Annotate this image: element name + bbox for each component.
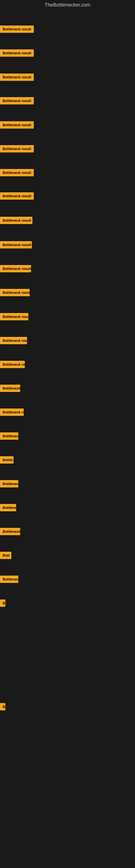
bottleneck-badge[interactable]: Bottleneck result bbox=[0, 289, 30, 296]
bottleneck-badge[interactable]: Bott bbox=[0, 552, 11, 559]
bottleneck-badge[interactable]: B bbox=[0, 599, 5, 607]
bottleneck-badge[interactable]: Bottleneck result bbox=[0, 313, 28, 320]
bottleneck-result-item: B bbox=[0, 599, 5, 608]
bottleneck-badge[interactable]: Bottleneck result bbox=[0, 145, 34, 152]
bottleneck-result-item: Bott bbox=[0, 552, 11, 560]
bottleneck-result-item: Bottleneck result bbox=[0, 97, 34, 105]
bottleneck-result-item: Bottleneck result bbox=[0, 192, 34, 201]
bottleneck-result-item: Bottleneck result bbox=[0, 26, 34, 34]
site-title: TheBottlenecker.com bbox=[0, 0, 135, 10]
bottleneck-result-item: Bottleneck result bbox=[0, 50, 34, 58]
bottleneck-badge[interactable]: Bottleneck result bbox=[0, 97, 34, 104]
bottleneck-result-item: Bottleneck result bbox=[0, 265, 31, 273]
bottleneck-badge[interactable]: Bottleneck result bbox=[0, 241, 32, 248]
bottleneck-badge[interactable]: Bottleneck result bbox=[0, 217, 32, 224]
bottleneck-badge[interactable]: Bottleneck result bbox=[0, 50, 34, 57]
bottleneck-badge[interactable]: Bottleneck resu bbox=[0, 361, 25, 368]
bottleneck-result-item: Bottleneck result bbox=[0, 73, 34, 82]
bottleneck-badge[interactable]: Bottleneck result bbox=[0, 121, 34, 129]
bottleneck-badge[interactable]: Bottleneck result bbox=[0, 26, 34, 33]
bottleneck-badge[interactable]: Bottleneck result bbox=[0, 192, 34, 199]
bottleneck-result-item: B bbox=[0, 703, 5, 712]
bottleneck-badge[interactable]: Bottleneck result bbox=[0, 169, 34, 176]
bottleneck-result-item: Bottle bbox=[0, 456, 13, 465]
bottleneck-badge[interactable]: Bottleneck bbox=[0, 384, 20, 392]
bottleneck-result-item: Bottlenec bbox=[0, 480, 18, 489]
bottleneck-badge[interactable]: Bottle bbox=[0, 456, 13, 464]
bottleneck-badge[interactable]: Bottleneck result bbox=[0, 337, 27, 344]
bottleneck-result-item: Bottleneck result bbox=[0, 169, 34, 177]
bottleneck-result-item: Bottleneck result bbox=[0, 145, 34, 154]
bottleneck-result-item: Bottleneck result bbox=[0, 217, 32, 225]
bottleneck-result-item: Bottlenec bbox=[0, 432, 18, 441]
bottleneck-result-item: Bottlene bbox=[0, 504, 16, 513]
bottleneck-badge[interactable]: Bottlene bbox=[0, 504, 16, 511]
bottleneck-badge[interactable]: Bottleneck result bbox=[0, 73, 34, 81]
bottleneck-result-item: Bottleneck result bbox=[0, 337, 27, 345]
bottleneck-result-item: Bottleneck result bbox=[0, 121, 34, 130]
bottleneck-result-item: Bottleneck res bbox=[0, 408, 24, 417]
bottleneck-result-item: Bottlenec bbox=[0, 576, 18, 584]
bottleneck-badge[interactable]: Bottlenec bbox=[0, 576, 18, 583]
bottleneck-badge[interactable]: Bottlenec bbox=[0, 480, 18, 488]
bottleneck-result-item: Bottleneck resu bbox=[0, 361, 25, 369]
bottleneck-badge[interactable]: Bottlenec bbox=[0, 432, 18, 440]
bottleneck-badge[interactable]: Bottleneck res bbox=[0, 408, 24, 416]
bottleneck-result-item: Bottleneck bbox=[0, 384, 20, 393]
bottleneck-result-item: Bottleneck result bbox=[0, 241, 32, 250]
bottleneck-badge[interactable]: Bottleneck bbox=[0, 528, 20, 535]
bottleneck-result-item: Bottleneck result bbox=[0, 313, 28, 321]
bottleneck-result-item: Bottleneck bbox=[0, 528, 20, 536]
bottleneck-result-item: Bottleneck result bbox=[0, 289, 30, 297]
bottleneck-badge[interactable]: Bottleneck result bbox=[0, 265, 31, 272]
bottleneck-badge[interactable]: B bbox=[0, 703, 5, 710]
